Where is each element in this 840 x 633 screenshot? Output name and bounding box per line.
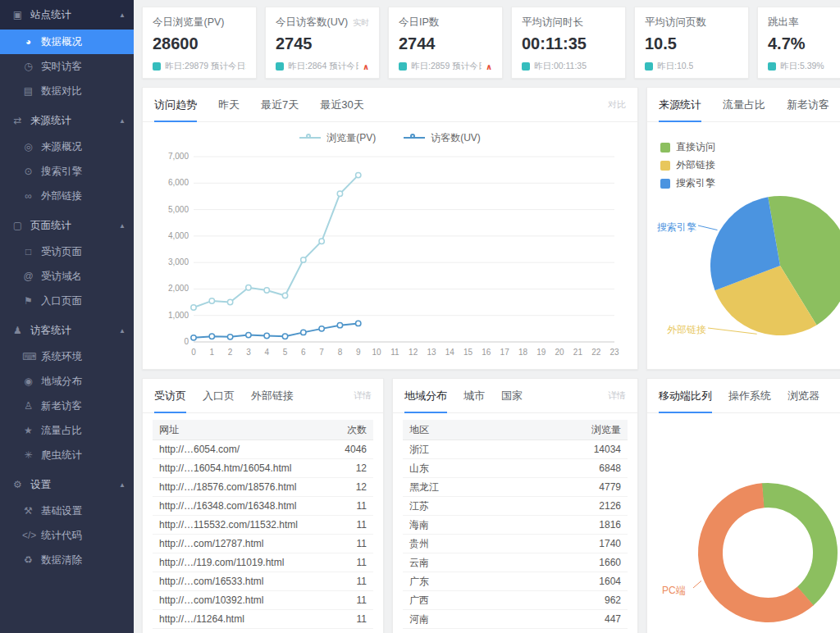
svg-text:搜索引擎: 搜索引擎 <box>657 221 696 233</box>
tab-last-7-days[interactable]: 最近7天 <box>261 88 299 122</box>
region-detail-link[interactable]: 详情 <box>608 389 626 402</box>
sidebar-item-external-links[interactable]: ∞外部链接 <box>0 184 134 208</box>
sidebar-item-data-compare[interactable]: ▤数据对比 <box>0 79 134 103</box>
table-row[interactable]: 山东6848 <box>403 459 628 478</box>
tab-source-stats[interactable]: 来源统计 <box>659 88 701 122</box>
table-row[interactable]: http://…/16348.com/16348.html11 <box>153 497 373 516</box>
sidebar-item-label: 来源统计 <box>30 114 112 128</box>
table-row[interactable]: http://…/119.com/11019.html11 <box>153 553 373 572</box>
sidebar-item-region-distribution[interactable]: ◉地域分布 <box>0 369 134 394</box>
sidebar-item-label: 入口页面 <box>41 294 126 308</box>
tab-region-distribution[interactable]: 地域分布 <box>404 379 447 413</box>
trend-up-icon: ∧ <box>363 62 369 71</box>
sidebar-item-page-statistics[interactable]: ▢页面统计▲ <box>0 212 134 239</box>
table-row[interactable]: 河南447 <box>403 610 628 629</box>
table-row[interactable]: http://…115532.com/11532.html11 <box>153 516 373 535</box>
sidebar-item-crawler-statistics[interactable]: ✳爬虫统计 <box>0 443 134 467</box>
table-row[interactable]: 云南1660 <box>403 553 628 572</box>
table-row[interactable]: http://…com/16533.html11 <box>153 572 373 591</box>
tab-external-links[interactable]: 外部链接 <box>251 379 294 413</box>
pages-detail-link[interactable]: 详情 <box>354 389 372 402</box>
sidebar-item-site-statistics[interactable]: ▣站点统计▲ <box>0 0 134 30</box>
sidebar-item-source-overview[interactable]: ◎来源概况 <box>0 134 134 159</box>
sidebar-item-tracking-code[interactable]: </>统计代码 <box>0 523 134 548</box>
table-row[interactable]: http://…16054.htm/16054.html12 <box>153 459 373 478</box>
table-row[interactable]: http://…6054.com/4046 <box>153 440 373 459</box>
cell-value: 1816 <box>577 516 628 534</box>
sidebar-item-traffic-share[interactable]: ★流量占比 <box>0 418 134 443</box>
legend-marker-icon <box>299 137 321 139</box>
cell-value: 12 <box>322 478 373 496</box>
legend-item: 搜索引擎 <box>660 176 715 190</box>
tab-visit-trend[interactable]: 访问趋势 <box>154 88 197 122</box>
column-header: 浏览量 <box>577 420 628 439</box>
tab-yesterday[interactable]: 昨天 <box>218 88 240 122</box>
svg-text:PC端: PC端 <box>662 585 686 596</box>
sidebar-item-data-clear[interactable]: ♻数据清除 <box>0 548 134 572</box>
svg-text:1,000: 1,000 <box>168 311 189 320</box>
realtime-visitors-icon: ◷ <box>22 61 34 72</box>
table-row[interactable]: 广东1604 <box>403 572 628 591</box>
column-header: 地区 <box>403 420 577 439</box>
sidebar-item-new-old-visitors[interactable]: ♙新老访客 <box>0 394 134 418</box>
tab-traffic-share[interactable]: 流量占比 <box>723 88 765 122</box>
sidebar-item-visited-domains[interactable]: @受访域名 <box>0 264 134 289</box>
tab-visited-pages[interactable]: 受访页 <box>154 379 186 413</box>
cell-value: 11 <box>322 610 373 628</box>
table-row[interactable]: http://…/11264.html11 <box>153 610 373 629</box>
tab-browser[interactable]: 浏览器 <box>788 379 819 413</box>
chevron-up-icon: ▲ <box>119 117 126 125</box>
svg-text:1: 1 <box>210 348 215 357</box>
table-row[interactable]: 海南1816 <box>403 516 628 535</box>
tab-last-30-days[interactable]: 最近30天 <box>320 88 363 122</box>
svg-text:9: 9 <box>356 348 361 357</box>
stat-card-value: 10.5 <box>645 34 738 53</box>
system-environment-icon: ⌨ <box>22 351 34 362</box>
sidebar-item-realtime-visitors[interactable]: ◷实时访客 <box>0 54 134 79</box>
tab-city[interactable]: 城市 <box>463 379 485 413</box>
table-row[interactable]: 广西962 <box>403 591 628 610</box>
sidebar-item-settings[interactable]: ⚙设置▲ <box>0 471 134 499</box>
sidebar-item-search-engine[interactable]: ⊙搜索引擎 <box>0 159 134 184</box>
table-row[interactable]: 黑龙江4779 <box>403 478 628 497</box>
stat-card-pv: 今日浏览量(PV)28600昨日:29879 预计今日:70780 <box>142 7 257 79</box>
table-row[interactable]: http://…/18576.com/18576.html12 <box>153 478 373 497</box>
site-statistics-icon: ▣ <box>11 9 24 20</box>
stat-card-value: 2745 <box>276 34 369 53</box>
source-tabs: 来源统计流量占比新老访客 <box>659 88 829 122</box>
stat-card-sub: 昨日:10.5 <box>657 61 693 72</box>
cell-primary: 海南 <box>403 516 577 534</box>
legend-item-pv[interactable]: 浏览量(PV) <box>299 131 376 145</box>
trend-panel-header: 访问趋势昨天最近7天最近30天 对比 <box>143 88 637 122</box>
table-row[interactable]: 江苏2126 <box>403 497 628 516</box>
sidebar-item-basic-settings[interactable]: ⚒基础设置 <box>0 499 134 523</box>
tab-entry-pages[interactable]: 入口页 <box>203 379 235 413</box>
sidebar-item-label: 新老访客 <box>41 399 126 413</box>
tab-new-old-visitors[interactable]: 新老访客 <box>787 88 829 122</box>
table-row[interactable]: 贵州1740 <box>403 535 628 553</box>
cell-value: 447 <box>577 610 628 628</box>
traffic-share-icon: ★ <box>22 425 34 436</box>
cell-value: 1604 <box>577 572 628 590</box>
cell-primary: http://…/119.com/11019.html <box>153 553 322 572</box>
sidebar-item-data-overview[interactable]: ◕数据概况 <box>0 30 134 54</box>
table-row[interactable]: http://…com/12787.html11 <box>153 535 373 553</box>
tab-mobile-ratio[interactable]: 移动端比列 <box>659 379 712 413</box>
sidebar-item-label: 受访页面 <box>41 245 126 259</box>
sidebar-item-visited-pages[interactable]: □受访页面 <box>0 239 134 264</box>
sidebar-item-visitor-statistics[interactable]: ♟访客统计▲ <box>0 316 134 344</box>
sidebar-item-label: 访客统计 <box>30 324 112 338</box>
stat-card-sub: 昨日:00:11:35 <box>534 61 587 72</box>
table-row[interactable]: http://…com/10392.html11 <box>153 591 373 610</box>
sidebar-item-label: 来源概况 <box>41 140 126 154</box>
legend-item-uv[interactable]: 访客数(UV) <box>404 131 481 145</box>
sidebar-item-entry-pages[interactable]: ⚑入口页面 <box>0 289 134 313</box>
tab-country[interactable]: 国家 <box>501 379 523 413</box>
sidebar-item-system-environment[interactable]: ⌨系统环境 <box>0 344 134 369</box>
tab-operating-system[interactable]: 操作系统 <box>728 379 771 413</box>
stat-card-sub: 昨日:29879 预计今日:70780 <box>165 61 246 72</box>
table-row[interactable]: 浙江14034 <box>403 440 628 459</box>
compare-link[interactable]: 对比 <box>608 98 626 111</box>
sidebar-item-source-statistics[interactable]: ⇄来源统计▲ <box>0 107 134 134</box>
cell-primary: http://…com/10392.html <box>153 591 322 609</box>
